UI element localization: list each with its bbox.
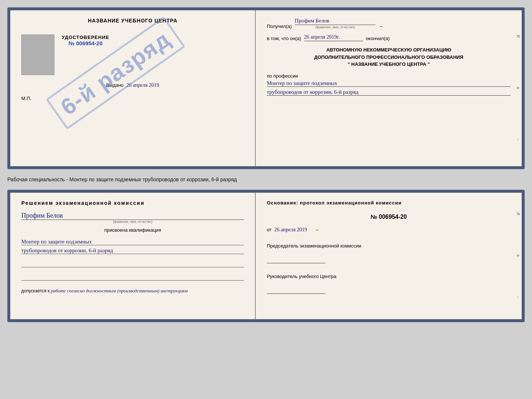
org-line3: " НАЗВАНИЕ УЧЕБНОГО ЦЕНТРА ": [267, 61, 511, 68]
number-block: № 006954-20: [267, 214, 511, 220]
page-container: НАЗВАНИЕ УЧЕБНОГО ЦЕНТРА УДОСТОВЕРЕНИЕ №…: [7, 7, 525, 322]
side-char-arrow: ←: [516, 138, 520, 142]
dopusk-block: допускается к работе согласно должностны…: [21, 288, 244, 294]
udost-number: № 006954-20: [62, 40, 109, 46]
side-char-i: И: [516, 35, 520, 38]
bottom-side-char-a: а: [516, 254, 520, 257]
date-block: от 26 апреля 2019 –: [267, 227, 511, 233]
top-certificate: НАЗВАНИЕ УЧЕБНОГО ЦЕНТРА УДОСТОВЕРЕНИЕ №…: [7, 7, 525, 169]
predsed-label: Председатель экзаменационной комиссии: [267, 243, 511, 249]
top-cert-right: Получил(а) Профим Белов (фамилия, имя, о…: [256, 10, 522, 166]
dopusk-value: работе согласно должностным (производств…: [51, 288, 187, 293]
bottom-side-char-arrow: ←: [516, 296, 520, 299]
side-lines: И а ←: [514, 10, 522, 166]
dopusk-label: допускается к: [21, 288, 50, 293]
empty-line2: [21, 273, 244, 281]
name-value: Профим Белов: [21, 212, 244, 220]
top-cert-left: НАЗВАНИЕ УЧЕБНОГО ЦЕНТРА УДОСТОВЕРЕНИЕ №…: [10, 10, 256, 166]
org-line2: ДОПОЛНИТЕЛЬНОГО ПРОФЕССИОНАЛЬНОГО ОБРАЗО…: [267, 54, 511, 61]
name-hint: (фамилия, имя, отчество): [21, 220, 244, 224]
rukov-label: Руководитель учебного Центра: [267, 274, 511, 279]
bottom-side-lines: И а ←: [514, 193, 522, 319]
kvali-line2: трубопроводов от коррозии, 6-й разряд: [21, 247, 244, 254]
udost-title: УДОСТОВЕРЕНИЕ: [62, 35, 109, 40]
poluchil-label: Получил(а): [267, 24, 292, 29]
top-cert-title: НАЗВАНИЕ УЧЕБНОГО ЦЕНТРА: [88, 18, 177, 24]
predsed-block: Председатель экзаменационной комиссии: [267, 243, 511, 263]
ot-date: 26 апреля 2019: [274, 227, 307, 232]
profession-block: по профессии Монтер по защите подземных …: [267, 73, 511, 96]
kvali-block: Монтер по защите подземных трубопроводов…: [21, 236, 244, 254]
okonchil-label: окончил(а): [366, 36, 390, 41]
side-char-a: а: [516, 87, 520, 89]
profession-label: по профессии: [267, 73, 511, 79]
vtom-label: в том, что он(а): [267, 36, 301, 41]
bottom-cert-left: Решением экзаменационной комиссии Профим…: [10, 193, 256, 319]
vydano-label: Выдано: [106, 82, 123, 88]
dash2: –: [316, 227, 318, 232]
ot-label: от: [267, 227, 272, 232]
specialty-line: Рабочая специальность - Монтер по защите…: [7, 174, 525, 185]
name-block: Профим Белов (фамилия, имя, отчество): [21, 212, 244, 224]
profession-line1: Монтер по защите подземных: [267, 80, 511, 87]
poluchil-row: Получил(а) Профим Белов (фамилия, имя, о…: [267, 18, 511, 29]
org-line1: АВТОНОМНУЮ НЕКОММЕРЧЕСКУЮ ОРГАНИЗАЦИЮ: [267, 46, 511, 54]
vtom-row: в том, что он(а) 26 апреля 2019г. окончи…: [267, 34, 511, 41]
bottom-cert-right: Основание: протокол экзаменационной коми…: [256, 193, 522, 319]
rukov-signature: [267, 286, 326, 294]
decision-title: Решением экзаменационной комиссии: [21, 200, 244, 206]
mp-label: М.П.: [21, 96, 31, 101]
predsed-signature: [267, 256, 326, 263]
empty-line1: [21, 260, 244, 267]
bottom-certificate: Решением экзаменационной комиссии Профим…: [7, 190, 525, 322]
rukov-block: Руководитель учебного Центра: [267, 274, 511, 294]
poluchil-value: Профим Белов: [295, 18, 375, 25]
poluchil-hint: (фамилия, имя, отчество): [295, 25, 375, 29]
udost-block: УДОСТОВЕРЕНИЕ № 006954-20: [62, 35, 109, 75]
kvali-line1: Монтер по защите подземных: [21, 239, 244, 245]
vydano-block: Выдано 26 апреля 2019: [106, 82, 159, 88]
bottom-side-char-i: И: [516, 213, 520, 215]
osnov-title: Основание: протокол экзаменационной коми…: [267, 200, 511, 206]
dash1: –: [380, 24, 382, 29]
org-block: АВТОНОМНУЮ НЕКОММЕРЧЕСКУЮ ОРГАНИЗАЦИЮ ДО…: [267, 46, 511, 68]
vtom-date: 26 апреля 2019г.: [304, 34, 363, 41]
photo-placeholder: [21, 35, 54, 75]
profession-line2: трубопроводов от коррозии, 6-й разряд: [267, 89, 511, 96]
kvali-label: присвоена квалификация: [21, 227, 244, 233]
vydano-date: 26 апреля 2019: [126, 82, 159, 88]
